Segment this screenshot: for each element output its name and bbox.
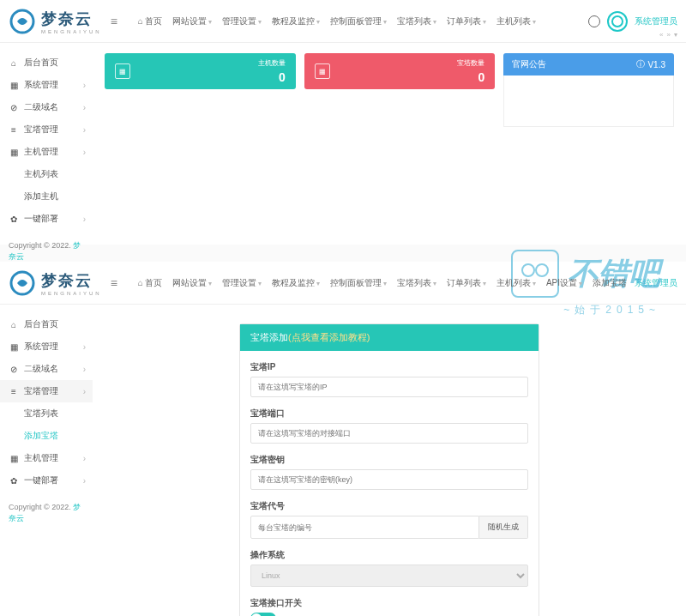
logo[interactable]: 梦奈云 MENGNAIYUN: [9, 269, 102, 297]
ip-input[interactable]: [250, 377, 528, 397]
code-label: 宝塔代号: [250, 500, 528, 512]
link-icon: ⊘: [9, 364, 19, 374]
sidebar-item-home[interactable]: ⌂后台首页: [0, 313, 93, 335]
tab-home[interactable]: 首页: [135, 15, 165, 27]
screenshot-add-bt: 不错吧 ~始于2015~ 梦奈云 MENGNAIYUN ≡ 首页 网站设置 管理…: [0, 262, 686, 616]
key-input[interactable]: [250, 469, 528, 490]
home-icon: ⌂: [9, 57, 19, 68]
home-icon: ⌂: [9, 319, 19, 329]
link-icon: ⊘: [9, 102, 19, 112]
stat-hosts-label: 主机数量: [258, 58, 286, 68]
announce-body: [503, 75, 674, 127]
sidebar-sub-hostlist[interactable]: 主机列表: [0, 163, 93, 185]
tab-api[interactable]: API设置: [543, 277, 586, 289]
nav-tabs: 首页 网站设置 管理设置 教程及监控 控制面板管理 宝塔列表 订单列表 主机列表…: [135, 277, 630, 289]
tab-tutorial[interactable]: 教程及监控: [268, 277, 323, 289]
port-input[interactable]: [250, 423, 528, 444]
tab-menu-icon[interactable]: ▾: [674, 31, 677, 39]
header-right: 系统管理员: [588, 11, 677, 32]
logo-icon: [9, 8, 36, 35]
tab-addbt[interactable]: 添加宝塔: [589, 277, 630, 289]
grid-icon: ▦: [9, 341, 19, 352]
logo-icon: [9, 269, 36, 297]
tab-orders[interactable]: 订单列表: [443, 277, 490, 289]
menu-toggle-icon[interactable]: ≡: [111, 276, 117, 290]
form-title: 宝塔添加(点我查看添加教程): [240, 324, 539, 351]
screenshot-dashboard: 梦奈云 MENGNAIYUN ≡ 首页 网站设置 管理设置 教程及监控 控制面板…: [0, 0, 686, 245]
key-label: 宝塔密钥: [250, 454, 528, 466]
tab-panel[interactable]: 控制面板管理: [327, 15, 390, 27]
sidebar-item-host[interactable]: ▦主机管理: [0, 447, 93, 469]
sidebar-item-deploy[interactable]: ✿一键部署: [0, 208, 93, 230]
tab-btlist[interactable]: 宝塔列表: [394, 15, 440, 27]
sidebar-sub-btlist[interactable]: 宝塔列表: [0, 402, 93, 425]
api-switch[interactable]: [250, 613, 276, 616]
sidebar: ⌂后台首页 ▦系统管理 ⊘二级域名 ≡宝塔管理 宝塔列表 添加宝塔 ▦主机管理 …: [0, 305, 93, 616]
sidebar-item-home[interactable]: ⌂后台首页: [0, 51, 93, 74]
logo-sub: MENGNAIYUN: [41, 29, 102, 34]
tab-next-icon[interactable]: »: [667, 31, 671, 39]
logo[interactable]: 梦奈云 MENGNAIYUN: [9, 8, 102, 35]
sidebar-item-system[interactable]: ▦系统管理: [0, 74, 93, 96]
os-label: 操作系统: [250, 549, 528, 561]
random-button[interactable]: 随机生成: [479, 516, 528, 539]
sidebar-item-bt[interactable]: ≡宝塔管理: [0, 380, 93, 402]
sidebar-item-deploy[interactable]: ✿一键部署: [0, 469, 93, 492]
os-select[interactable]: Linux: [250, 565, 528, 587]
info-icon: ⓘ: [636, 58, 645, 70]
code-input[interactable]: [250, 516, 479, 539]
gear-icon: ✿: [9, 475, 19, 486]
tab-hosts[interactable]: 主机列表: [493, 15, 539, 27]
admin-link[interactable]: 系统管理员: [635, 15, 677, 27]
nav-tabs: 首页 网站设置 管理设置 教程及监控 控制面板管理 宝塔列表 订单列表 主机列表: [135, 15, 539, 27]
tab-orders[interactable]: 订单列表: [443, 15, 490, 27]
watermark-sub: ~始于2015~: [563, 303, 660, 317]
logo-name: 梦奈云: [41, 9, 102, 29]
logo-name: 梦奈云: [41, 270, 102, 291]
version-badge[interactable]: ⓘV1.3: [636, 58, 665, 70]
tab-panel[interactable]: 控制面板管理: [327, 277, 390, 289]
gear-icon: ✿: [9, 214, 19, 224]
sidebar: ⌂后台首页 ▦系统管理 ⊘二级域名 ≡宝塔管理 ▦主机管理 主机列表 添加主机 …: [0, 43, 93, 281]
avatar-icon[interactable]: [607, 11, 628, 32]
stat-bt[interactable]: ▦ 宝塔数量 0: [304, 53, 496, 89]
globe-icon[interactable]: [588, 15, 600, 27]
tab-tutorial[interactable]: 教程及监控: [268, 15, 323, 27]
admin-link[interactable]: 系统管理员: [635, 277, 677, 289]
tab-site[interactable]: 网站设置: [169, 277, 215, 289]
menu-toggle-icon[interactable]: ≡: [111, 15, 117, 28]
stat-hosts[interactable]: ▦ 主机数量 0: [105, 53, 296, 89]
sidebar-item-system[interactable]: ▦系统管理: [0, 335, 93, 358]
tab-btlist[interactable]: 宝塔列表: [394, 277, 440, 289]
main-content: ▦ 主机数量 0 ▦ 宝塔数量 0 官网公告 ⓘV1.3: [93, 43, 686, 281]
tab-home[interactable]: 首页: [135, 277, 165, 289]
header: 梦奈云 MENGNAIYUN ≡ 首页 网站设置 管理设置 教程及监控 控制面板…: [0, 262, 686, 305]
announce-title: 官网公告: [512, 58, 546, 70]
sidebar-item-domain[interactable]: ⊘二级域名: [0, 358, 93, 380]
list-icon: ≡: [9, 386, 19, 396]
sidebar-item-bt[interactable]: ≡宝塔管理: [0, 118, 93, 141]
sidebar-item-host[interactable]: ▦主机管理: [0, 141, 93, 163]
server-icon: ▦: [9, 453, 19, 463]
tab-manage[interactable]: 管理设置: [219, 15, 265, 27]
sidebar-sub-addhost[interactable]: 添加主机: [0, 185, 93, 208]
stat-hosts-value: 0: [279, 70, 286, 84]
server-icon: ▦: [315, 63, 330, 79]
sidebar-item-domain[interactable]: ⊘二级域名: [0, 96, 93, 118]
add-bt-form: 宝塔添加(点我查看添加教程) 宝塔IP 宝塔端口 宝塔密钥: [239, 323, 539, 616]
tab-manage[interactable]: 管理设置: [219, 277, 265, 289]
header: 梦奈云 MENGNAIYUN ≡ 首页 网站设置 管理设置 教程及监控 控制面板…: [0, 0, 686, 43]
port-label: 宝塔端口: [250, 408, 528, 420]
grid-icon: ▦: [9, 80, 19, 90]
list-icon: ≡: [9, 124, 19, 135]
announcement-panel: 官网公告 ⓘV1.3: [503, 53, 674, 127]
logo-sub: MENGNAIYUN: [41, 291, 102, 296]
switch-label: 宝塔接口开关: [250, 597, 528, 609]
tab-hosts[interactable]: 主机列表: [493, 277, 539, 289]
calendar-icon: ▦: [115, 63, 130, 79]
main-content: 宝塔添加(点我查看添加教程) 宝塔IP 宝塔端口 宝塔密钥: [93, 305, 686, 616]
tab-prev-icon[interactable]: «: [659, 31, 663, 39]
tutorial-link[interactable]: (点我查看添加教程): [288, 332, 370, 342]
sidebar-sub-addbt[interactable]: 添加宝塔: [0, 425, 93, 447]
tab-site[interactable]: 网站设置: [169, 15, 215, 27]
